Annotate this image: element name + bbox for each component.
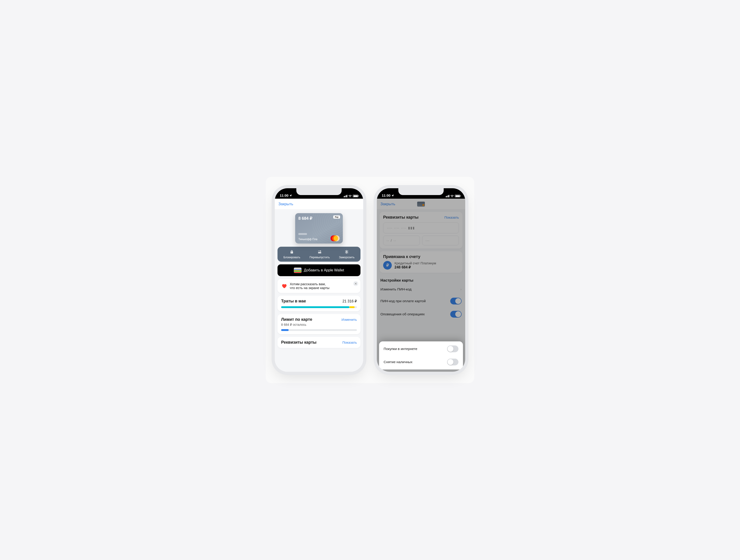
nav-bar: Закрыть	[275, 199, 363, 210]
block-card-button[interactable]: Блокировать	[283, 249, 300, 259]
online-purchases-label: Покупки в интернете	[384, 347, 418, 351]
requisites-tile: Реквизиты карты Показать ···· ···· ···· …	[379, 212, 462, 248]
phone-notch	[296, 188, 342, 195]
close-button[interactable]: Закрыть	[380, 202, 395, 206]
reissue-icon	[317, 249, 322, 254]
cell-signal-icon	[344, 195, 348, 197]
card-cvv-field[interactable]: ···	[422, 236, 459, 245]
location-icon	[391, 194, 394, 197]
card-actions: Блокировать Перевыпустить Заморозить	[278, 247, 361, 262]
pin-on-pay-label: ПИН-код при оплате картой	[380, 299, 426, 303]
status-time: 11:00	[280, 194, 288, 197]
card-brand: Тинькофф Пла	[298, 238, 317, 241]
tx-notify-toggle[interactable]	[450, 311, 462, 318]
info-line2: что есть на экране карты	[290, 286, 330, 290]
apple-pay-badge-icon: Pay	[333, 215, 340, 219]
linked-account-tile[interactable]: Привязана к счету ₽ Кредитный счет Плати…	[379, 251, 462, 273]
info-banner[interactable]: Хотим рассказать вам, что есть на экране…	[278, 279, 361, 293]
close-icon	[355, 283, 357, 285]
tx-notify-label: Оповещения об операциях	[380, 312, 425, 316]
tx-notify-row: Оповещения об операциях	[379, 308, 462, 321]
requisites-show-button[interactable]: Показать	[342, 340, 357, 344]
battery-icon	[353, 195, 358, 197]
account-name: Кредитный счет Платинум	[394, 261, 436, 265]
nav-bar: Закрыть	[377, 199, 465, 210]
phone-right: 11:00 Закрыть Реквизиты карты Показать	[377, 188, 465, 372]
location-icon	[289, 194, 292, 197]
battery-icon	[455, 195, 460, 197]
account-balance: 248 684 ₽	[394, 265, 436, 269]
cash-withdrawal-row: Снятие наличных	[383, 355, 459, 368]
lock-icon	[289, 249, 294, 254]
bank-card[interactable]: 8 684 ₽ Pay Тинькофф Пла	[295, 213, 343, 243]
phone-notch	[398, 188, 444, 195]
card-settings-section: Настройки карты Изменить ПИН-код › ПИН-к…	[379, 275, 462, 321]
wifi-icon	[348, 195, 352, 197]
change-pin-row[interactable]: Изменить ПИН-код ›	[379, 284, 462, 295]
freeze-card-button[interactable]: Заморозить	[339, 249, 355, 259]
chevron-right-icon: ›	[460, 287, 462, 291]
info-line1: Хотим рассказать вам,	[290, 282, 330, 286]
heart-icon	[281, 283, 287, 289]
online-purchases-row: Покупки в интернете	[383, 342, 459, 355]
nav-card-icon	[417, 202, 425, 207]
apple-wallet-icon	[294, 267, 301, 273]
add-to-apple-wallet-button[interactable]: Добавить в Apple Wallet	[278, 264, 361, 276]
linked-title: Привязана к счету	[383, 254, 420, 259]
spending-tile[interactable]: Траты в мае 21 316 ₽	[278, 296, 361, 311]
requisites-show-button[interactable]: Показать	[444, 215, 459, 219]
limit-title: Лимит по карте	[281, 317, 312, 322]
wallet-button-label: Добавить в Apple Wallet	[304, 268, 344, 272]
spending-bar	[281, 306, 357, 308]
cell-signal-icon	[446, 195, 450, 197]
bottom-sheet: Покупки в интернете Снятие наличных	[379, 341, 463, 369]
limit-bar	[281, 329, 357, 331]
reissue-label: Перевыпустить	[309, 256, 330, 259]
mastercard-icon	[331, 235, 340, 241]
spending-title: Траты в мае	[281, 299, 306, 304]
wifi-icon	[450, 195, 454, 197]
limit-remaining: 8 684 ₽ осталось	[281, 323, 357, 326]
requisites-title: Реквизиты карты	[383, 215, 419, 220]
ruble-icon: ₽	[383, 261, 392, 269]
snowflake-icon	[344, 249, 349, 254]
card-expiry-field[interactable]: ·· / ··	[383, 236, 420, 245]
limit-change-button[interactable]: Изменить	[342, 318, 357, 321]
change-pin-label: Изменить ПИН-код	[380, 287, 411, 291]
reissue-card-button[interactable]: Перевыпустить	[309, 249, 330, 259]
cash-withdrawal-toggle[interactable]	[447, 359, 458, 365]
requisites-tile-peek[interactable]: Реквизиты карты Показать	[278, 337, 361, 348]
spending-amount: 21 316 ₽	[343, 299, 357, 303]
close-button[interactable]: Закрыть	[278, 202, 293, 206]
online-purchases-toggle[interactable]	[447, 345, 458, 352]
limit-tile[interactable]: Лимит по карте Изменить 8 684 ₽ осталось	[278, 314, 361, 334]
content-scroll[interactable]: 8 684 ₽ Pay Тинькофф Пла Блокировать	[275, 210, 363, 372]
requisites-title: Реквизиты карты	[281, 340, 316, 345]
pin-on-pay-row: ПИН-код при оплате картой	[379, 295, 462, 308]
mockup-stage: 11:00 Закрыть 8 684 ₽ Pay	[266, 177, 474, 383]
block-label: Блокировать	[283, 256, 300, 259]
card-number-field[interactable]: ···· ···· ···· ▮▮▮	[383, 222, 459, 233]
card-pan-mask-icon	[298, 233, 307, 235]
status-time: 11:00	[382, 194, 390, 197]
dismiss-banner-button[interactable]	[353, 281, 358, 286]
cash-withdrawal-label: Снятие наличных	[384, 360, 412, 364]
freeze-label: Заморозить	[339, 256, 355, 259]
phone-left: 11:00 Закрыть 8 684 ₽ Pay	[275, 188, 363, 372]
pin-on-pay-toggle[interactable]	[450, 298, 462, 305]
settings-title: Настройки карты	[380, 276, 462, 283]
